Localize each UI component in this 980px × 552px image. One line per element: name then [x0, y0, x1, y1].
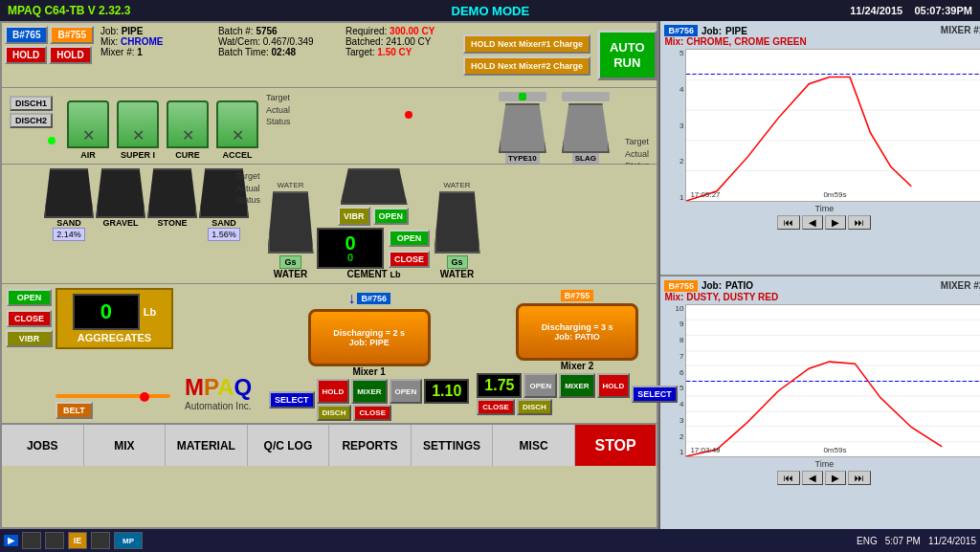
job-info: Job: PIPE Mix: CHROME Mixer #: 1: [100, 26, 215, 84]
target-value: 1.50 CY: [377, 47, 412, 57]
nav-stop[interactable]: STOP: [575, 425, 657, 466]
water-right-body: [434, 191, 480, 254]
taskbar-icon2[interactable]: [45, 532, 64, 549]
cement-open-button[interactable]: OPEN: [373, 208, 410, 225]
chart1-nav-last[interactable]: ⏭: [848, 215, 871, 230]
mix-label: Mix:: [100, 36, 118, 47]
sand1-bin: SAND 2.14%: [44, 168, 94, 241]
mixer-label: Mixer #:: [100, 47, 135, 57]
chart2-panel: B#755 Job: PATIO Mix: DUSTY, DUSTY RED M…: [660, 276, 980, 530]
mixer2-hold-button[interactable]: HOLD: [597, 373, 631, 398]
taskbar-mpaq-icon[interactable]: MP: [114, 532, 143, 549]
chart2-canvas: 17:03:49 0m59s: [685, 304, 980, 457]
mixer1-open-button[interactable]: OPEN: [390, 379, 423, 404]
taskbar-icon4[interactable]: [91, 532, 110, 549]
water-left-gs: Gs: [279, 255, 301, 269]
batch1-button[interactable]: B#765: [5, 26, 48, 44]
mixer2-disch-button[interactable]: DISCH: [517, 399, 552, 415]
mixer1-mixer-button[interactable]: MIXER: [351, 379, 387, 404]
nav-qclog[interactable]: Q/C LOG: [248, 425, 330, 466]
chart1-y5: 5: [679, 49, 683, 57]
agg-vibr-button[interactable]: VIBR: [6, 330, 53, 347]
batchtime-value: 02:48: [272, 47, 297, 57]
demo-mode: DEMO MODE: [452, 4, 530, 18]
cement-vibr-button[interactable]: VIBR: [338, 207, 370, 226]
chart2-nav-next[interactable]: ▶: [825, 471, 846, 485]
belt-button[interactable]: BELT: [56, 402, 93, 419]
mixer1-select-left[interactable]: SELECT: [269, 391, 315, 408]
type10-silo-group: TYPE10 50153: [499, 92, 546, 172]
auto-run-button[interactable]: AUTO RUN: [597, 30, 657, 80]
taskbar-icon3[interactable]: IE: [68, 532, 87, 549]
mixer2-close-button[interactable]: CLOSE: [477, 399, 515, 415]
accel-tank-body: ✕: [216, 100, 258, 148]
disch2-button[interactable]: DISCH2: [10, 113, 53, 128]
agg-scale-display: 0: [73, 294, 140, 330]
chart2-job-label: Job:: [702, 280, 722, 291]
chart1-yaxis: 5 4 3 2 1: [664, 49, 685, 202]
agg-bins: SAND 2.14% GRAVEL STONE: [44, 168, 264, 241]
taskbar-start[interactable]: ▶: [4, 535, 18, 546]
disch1-button[interactable]: DISCH1: [10, 96, 53, 111]
app-title: MPAQ C64-TB V 2.32.3: [8, 4, 130, 17]
chart2-mix-row: Mix: DUSTY, DUSTY RED: [664, 292, 778, 302]
hold-mixer2-button[interactable]: HOLD Next Mixer#2 Charge: [463, 56, 590, 76]
mpaq-a: A: [217, 374, 234, 400]
batched-label: Batched:: [345, 36, 383, 47]
slag-silo-body: [562, 103, 610, 153]
hold-mixer1-button[interactable]: HOLD Next Mixer#1 Charge: [463, 34, 590, 54]
time: 05:07:39PM: [914, 5, 972, 16]
agg-close-button[interactable]: CLOSE: [7, 310, 52, 327]
mpaq-p: P: [204, 374, 217, 400]
nav-material[interactable]: MATERIAL: [166, 425, 248, 466]
chart1-nav-first[interactable]: ⏮: [777, 215, 800, 230]
cement-open2-button[interactable]: OPEN: [389, 230, 430, 247]
mixer2-mixer-button[interactable]: MIXER: [559, 373, 594, 398]
chart1-svg: [686, 50, 980, 201]
cement-value: 0: [328, 233, 372, 253]
cement-side-controls: OPEN CLOSE: [388, 229, 431, 269]
chart2-nav-first[interactable]: ⏮: [777, 471, 800, 485]
batch2-button[interactable]: B#755: [50, 26, 93, 44]
mixer2-drum-group: Discharging = 3 s Job: PATIO Mixer 2: [516, 303, 638, 371]
nav-mix[interactable]: MIX: [84, 425, 167, 466]
hold1-button[interactable]: HOLD: [5, 46, 47, 64]
mixer1-drum: Discharging = 2 s Job: PIPE: [308, 309, 431, 366]
left-panel: B#765 B#755 HOLD HOLD Job: PIPE Mix: CHR…: [0, 21, 658, 529]
agg-scale-area: OPEN CLOSE VIBR 0 Lb AGGREGATES: [6, 288, 173, 419]
chart1-nav-next[interactable]: ▶: [825, 215, 846, 230]
chart1-y1: 1: [679, 193, 683, 202]
mixer2-open-button[interactable]: OPEN: [523, 373, 557, 398]
nav-settings[interactable]: SETTINGS: [412, 425, 494, 466]
chart1-nav-prev[interactable]: ◀: [802, 215, 823, 230]
nav-reports[interactable]: REPORTS: [329, 425, 412, 466]
agg-open-button[interactable]: OPEN: [7, 289, 52, 306]
mixer1-btn-row1: HOLD MIXER OPEN 1.10: [317, 379, 470, 404]
cement-body: [341, 168, 408, 205]
nav-misc[interactable]: MISC: [493, 425, 575, 466]
mixer1-hold-button[interactable]: HOLD: [317, 379, 350, 404]
stone-label: STONE: [158, 218, 188, 228]
chart1-nav: ⏮ ◀ ▶ ⏭: [664, 215, 980, 230]
agg-scale-unit: Lb: [144, 306, 156, 318]
nav-jobs[interactable]: JOBS: [2, 425, 84, 466]
mixer1-disch-button[interactable]: DISCH: [317, 405, 352, 421]
chart1-job-label: Job:: [702, 26, 722, 36]
mixer1-arrow: ↓: [347, 290, 355, 307]
date: 11/24/2015: [850, 5, 902, 16]
mixer2-probe-display: 1.75: [477, 373, 522, 398]
hold2-button[interactable]: HOLD: [49, 46, 91, 64]
gravel-label: GRAVEL: [103, 218, 139, 228]
conveyor-indicator: [140, 392, 149, 402]
mixer1-close-button[interactable]: CLOSE: [353, 405, 391, 421]
required-info: Required: 300.00 CY Batched: 241.00 CY T…: [345, 26, 460, 84]
cement-close-button[interactable]: CLOSE: [389, 251, 430, 268]
chart2-nav-prev[interactable]: ◀: [802, 471, 823, 485]
mixer2-select-right[interactable]: SELECT: [632, 386, 678, 403]
chart2-nav-last[interactable]: ⏭: [848, 471, 871, 485]
chart1-mix-label: Mix:: [664, 36, 683, 47]
chart1-batch-row: B#756 Job: PIPE: [664, 25, 806, 36]
chart2-y2: 2: [679, 432, 683, 441]
water-right-section: WATER Gs WATER: [431, 168, 483, 279]
taskbar-icon1[interactable]: [22, 532, 41, 549]
